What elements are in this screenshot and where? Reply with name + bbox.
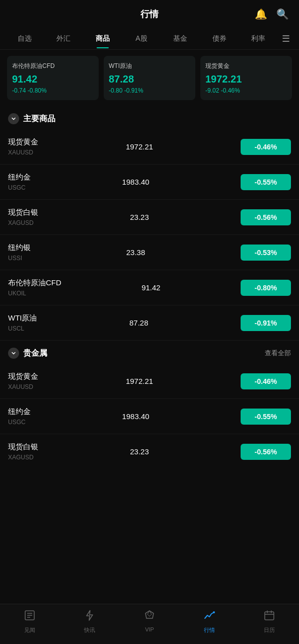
item-name: 现货黄金 — [8, 137, 38, 147]
section-left: 贵金属 — [8, 348, 47, 359]
precious-metals-title: 贵金属 — [23, 348, 47, 359]
item-code: USGC — [8, 184, 31, 191]
item-price: 1972.21 — [38, 377, 241, 385]
item-info: WTI原油 USCL — [8, 313, 37, 332]
item-code: USSI — [8, 255, 31, 262]
tab-lilv[interactable]: 利率 — [239, 29, 278, 48]
main-commodities-header: 主要商品 — [0, 106, 299, 129]
precious-metals-header: 贵金属 查看全部 — [0, 341, 299, 364]
item-name: 纽约金 — [8, 407, 31, 417]
list-item-partial[interactable]: 现货白银 XAGUSD 23.23 -0.56% — [0, 434, 299, 465]
ticker-card-wti[interactable]: WTI原油 87.28 -0.80 -0.91% — [104, 56, 195, 100]
item-code: XAGUSD — [8, 219, 38, 226]
news-icon — [24, 609, 36, 624]
header: 行情 🔔 🔍 — [0, 0, 299, 28]
tab-zhaiquan[interactable]: 债券 — [200, 29, 239, 48]
item-price: 1983.40 — [31, 412, 241, 421]
list-item[interactable]: 纽约金 USGC 1983.40 -0.55% — [0, 399, 299, 434]
item-code: UKOIL — [8, 290, 61, 297]
list-item[interactable]: WTI原油 USCL 87.28 -0.91% — [0, 305, 299, 341]
item-info: 现货黄金 XAUUSD — [8, 372, 38, 390]
tab-shangpin[interactable]: 商品 — [83, 29, 122, 48]
item-name: 纽约银 — [8, 243, 31, 253]
tab-zixuan[interactable]: 自选 — [5, 29, 44, 48]
list-item[interactable]: 现货黄金 XAUUSD 1972.21 -0.46% — [0, 129, 299, 165]
item-price: 1983.40 — [31, 178, 241, 186]
item-name: 纽约金 — [8, 173, 31, 182]
nav-label-market: 行情 — [204, 626, 215, 634]
item-info: 纽约金 USGC — [8, 407, 31, 426]
item-change-badge: -0.53% — [241, 245, 291, 261]
search-icon[interactable]: 🔍 — [276, 8, 289, 20]
item-change-badge: -0.56% — [241, 209, 291, 225]
bottom-navigation: 见闻 快讯 VIP 行情 — [0, 604, 299, 644]
ticker-gold-name: 现货黄金 — [205, 62, 287, 70]
header-actions: 🔔 🔍 — [255, 8, 289, 20]
flash-icon — [84, 609, 96, 624]
nav-item-flash[interactable]: 快讯 — [60, 609, 120, 634]
item-change-badge: -0.55% — [241, 174, 291, 190]
nav-item-calendar[interactable]: 日历 — [239, 609, 299, 634]
list-item[interactable]: 现货黄金 XAUUSD 1972.21 -0.46% — [0, 364, 299, 399]
item-change-badge: -0.91% — [241, 315, 291, 331]
tab-a-stock[interactable]: A股 — [122, 29, 161, 48]
ticker-cards: 布伦特原油CFD 91.42 -0.74 -0.80% WTI原油 87.28 … — [0, 50, 299, 106]
tab-waihui[interactable]: 外汇 — [44, 29, 83, 48]
item-price: 1972.21 — [38, 142, 241, 151]
list-item[interactable]: 纽约金 USGC 1983.40 -0.55% — [0, 165, 299, 200]
item-name: 布伦特原油CFD — [8, 278, 61, 288]
item-change-badge: -0.46% — [241, 139, 291, 155]
section-collapse-icon[interactable] — [8, 113, 19, 124]
nav-tabs: 自选 外汇 商品 A股 基金 债券 利率 ☰ — [0, 28, 299, 50]
item-price: 87.28 — [37, 318, 241, 327]
item-change-badge: -0.55% — [241, 409, 291, 425]
bell-icon[interactable]: 🔔 — [255, 8, 267, 20]
item-info: 现货白银 XAGUSD — [8, 442, 38, 461]
ticker-gold-change: -9.02 -0.46% — [205, 87, 287, 94]
ticker-wti-change: -0.80 -0.91% — [109, 87, 190, 94]
item-code: XAUUSD — [8, 149, 38, 156]
page-title: 行情 — [140, 8, 159, 20]
item-info: 现货黄金 XAUUSD — [8, 137, 38, 156]
ticker-card-brent[interactable]: 布伦特原油CFD 91.42 -0.74 -0.80% — [7, 56, 99, 100]
item-change-badge: -0.56% — [241, 444, 291, 460]
ticker-brent-price: 91.42 — [12, 73, 94, 85]
main-content: 布伦特原油CFD 91.42 -0.74 -0.80% WTI原油 87.28 … — [0, 50, 299, 505]
nav-label-vip: VIP — [145, 626, 154, 632]
nav-item-news[interactable]: 见闻 — [0, 609, 60, 634]
svg-point-1 — [11, 350, 17, 356]
tab-jijin[interactable]: 基金 — [161, 29, 200, 48]
item-info: 布伦特原油CFD UKOIL — [8, 278, 61, 297]
svg-rect-7 — [265, 612, 274, 620]
item-price: 23.38 — [31, 248, 241, 257]
item-code: XAUUSD — [8, 383, 38, 390]
item-price: 23.23 — [38, 447, 241, 456]
item-info: 纽约银 USSI — [8, 243, 31, 262]
view-all-link[interactable]: 查看全部 — [265, 349, 291, 358]
item-price: 23.23 — [38, 213, 241, 221]
svg-point-0 — [11, 116, 17, 122]
nav-item-vip[interactable]: VIP — [120, 609, 180, 634]
main-commodities-list: 现货黄金 XAUUSD 1972.21 -0.46% 纽约金 USGC 1983… — [0, 129, 299, 341]
nav-label-calendar: 日历 — [264, 626, 275, 634]
item-code: XAGUSD — [8, 454, 38, 461]
item-code: USGC — [8, 419, 31, 426]
nav-item-market[interactable]: 行情 — [179, 609, 239, 634]
ticker-brent-change: -0.74 -0.80% — [12, 87, 94, 94]
more-menu-icon[interactable]: ☰ — [278, 28, 294, 49]
section-collapse-icon[interactable] — [8, 348, 19, 359]
svg-point-6 — [213, 611, 215, 613]
list-item[interactable]: 布伦特原油CFD UKOIL 91.42 -0.80% — [0, 270, 299, 305]
main-commodities-title: 主要商品 — [23, 114, 55, 124]
ticker-gold-price: 1972.21 — [205, 73, 287, 85]
item-change-badge: -0.80% — [241, 280, 291, 296]
item-price: 91.42 — [61, 283, 241, 292]
calendar-icon — [263, 609, 275, 624]
list-item[interactable]: 现货白银 XAGUSD 23.23 -0.56% — [0, 200, 299, 235]
list-item[interactable]: 纽约银 USSI 23.38 -0.53% — [0, 235, 299, 270]
item-name: 现货黄金 — [8, 372, 38, 381]
item-name: WTI原油 — [8, 313, 37, 323]
item-name: 现货白银 — [8, 208, 38, 217]
nav-label-flash: 快讯 — [84, 626, 95, 634]
ticker-card-gold[interactable]: 现货黄金 1972.21 -9.02 -0.46% — [200, 56, 292, 100]
